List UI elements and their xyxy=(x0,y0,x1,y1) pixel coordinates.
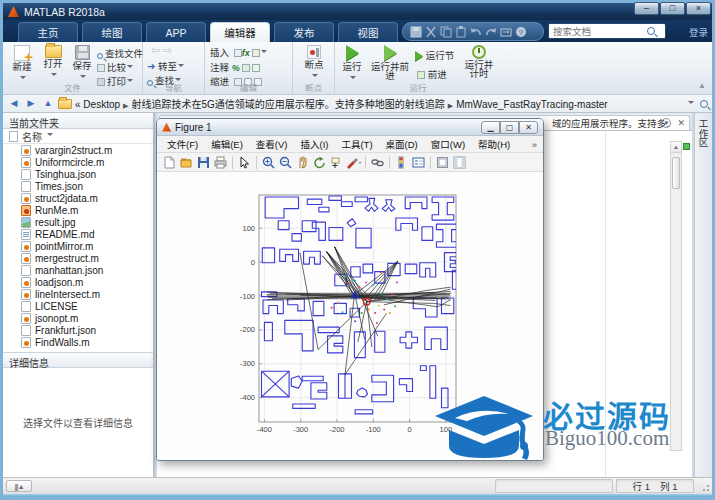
file-row[interactable]: Times.json xyxy=(3,180,153,192)
breadcrumb-desktop[interactable]: Desktop xyxy=(83,99,120,110)
tab-menu-icon[interactable]: ▼ xyxy=(661,118,671,128)
file-row[interactable]: Uniformcircle.m xyxy=(3,156,153,168)
save-figure-icon[interactable] xyxy=(196,155,211,170)
paste-icon[interactable] xyxy=(455,26,467,38)
run-button[interactable]: 运行 xyxy=(337,45,367,84)
data-cursor-icon[interactable] xyxy=(329,155,344,170)
pan-tool-icon[interactable] xyxy=(295,155,310,170)
show-plot-tools-icon[interactable] xyxy=(452,155,467,170)
file-row[interactable]: Tsinghua.json xyxy=(3,168,153,180)
hide-plot-tools-icon[interactable] xyxy=(435,155,450,170)
minimize-button[interactable]: – xyxy=(634,2,659,15)
folder-up-icon[interactable]: ▲ xyxy=(41,97,55,111)
tab-close-icon[interactable]: ✕ xyxy=(677,118,685,128)
menu-window[interactable]: 窗口(W) xyxy=(431,137,465,151)
redo-icon[interactable] xyxy=(485,26,497,38)
tab-publish[interactable]: 发布 xyxy=(274,22,334,42)
file-row[interactable]: pointMirror.m xyxy=(3,240,153,252)
sign-in-link[interactable]: 登录 xyxy=(689,25,708,39)
details-toggle-icon[interactable]: ||||▲ xyxy=(6,480,32,492)
tab-editor[interactable]: 编辑器 xyxy=(210,22,270,42)
menu-help[interactable]: 帮助(H) xyxy=(478,137,510,151)
menu-tools[interactable]: 工具(T) xyxy=(341,137,372,151)
tab-plots[interactable]: 绘图 xyxy=(82,22,142,42)
file-row[interactable]: manhattan.json xyxy=(3,264,153,276)
switch-windows-icon[interactable] xyxy=(500,26,512,38)
brush-tool-icon[interactable] xyxy=(346,155,361,170)
file-row[interactable]: result.jpg xyxy=(3,216,153,228)
menu-insert[interactable]: 插入(I) xyxy=(300,137,328,151)
nav-back-icon[interactable]: ◀ xyxy=(7,97,21,111)
run-time-button[interactable]: 运行并计时 xyxy=(461,45,497,78)
back-forward-arrows[interactable]: ⇦ ⇨ xyxy=(151,44,172,57)
resize-grip[interactable] xyxy=(702,484,710,492)
run-advance-button[interactable]: 运行并前进 xyxy=(371,45,409,80)
pointer-tool-icon[interactable] xyxy=(237,155,252,170)
cut-icon[interactable] xyxy=(425,26,437,38)
compare-button[interactable]: 比较 xyxy=(97,60,133,74)
file-row[interactable]: struct2jdata.m xyxy=(3,192,153,204)
ribbon-collapse-icon[interactable]: ▲ xyxy=(698,81,706,90)
doc-search-box[interactable] xyxy=(548,23,666,39)
menu-overflow-icon[interactable]: » xyxy=(532,139,537,150)
scrollbar-thumb[interactable] xyxy=(672,157,680,189)
menu-view[interactable]: 查看(V) xyxy=(256,137,288,151)
file-row[interactable]: README.md xyxy=(3,228,153,240)
find-files-button[interactable]: 查找文件 xyxy=(97,46,143,60)
file-row[interactable]: loadjson.m xyxy=(3,276,153,288)
link-plots-icon[interactable] xyxy=(370,155,385,170)
nav-forward-icon[interactable]: ▶ xyxy=(24,97,38,111)
menu-edit[interactable]: 编辑(E) xyxy=(211,137,243,151)
tab-view[interactable]: 视图 xyxy=(338,22,398,42)
file-row[interactable]: lineIntersect.m xyxy=(3,288,153,300)
file-row[interactable]: mergestruct.m xyxy=(3,252,153,264)
code-analyzer-indicator[interactable] xyxy=(683,143,690,150)
current-folder-header[interactable]: 当前文件夹 xyxy=(3,113,153,129)
close-button[interactable]: × xyxy=(686,2,711,15)
file-row[interactable]: FindWalls.m xyxy=(3,336,153,348)
insert-row[interactable]: 插入 fx xyxy=(210,45,267,59)
breakpoints-button[interactable]: 断点 xyxy=(297,45,331,82)
new-button[interactable]: 新建 xyxy=(5,45,39,84)
breadcrumb-project[interactable]: 射线追踪技术在5G通信领域的应用展示程序。支持多种地图的射线追踪 xyxy=(131,99,444,110)
rotate-3d-icon[interactable] xyxy=(312,155,327,170)
file-row[interactable]: RunMe.m xyxy=(3,204,153,216)
undo-icon[interactable] xyxy=(470,26,482,38)
advance-button[interactable]: 前进 xyxy=(415,67,447,81)
details-header[interactable]: 详细信息 xyxy=(3,352,153,368)
tab-apps[interactable]: APP xyxy=(146,22,206,42)
zoom-out-icon[interactable] xyxy=(278,155,293,170)
name-column-header[interactable]: 名称 xyxy=(3,129,153,144)
breadcrumb[interactable]: « Desktop▶射线追踪技术在5G通信领域的应用展示程序。支持多种地图的射线… xyxy=(75,96,684,111)
run-section-button[interactable]: 运行节 xyxy=(415,48,454,62)
open-file-icon[interactable] xyxy=(179,155,194,170)
file-row[interactable]: varargin2struct.m xyxy=(3,144,153,156)
insert-legend-icon[interactable] xyxy=(411,155,426,170)
print-figure-icon[interactable] xyxy=(213,155,228,170)
folder-search-icon[interactable] xyxy=(700,100,708,108)
breadcrumb-folder[interactable]: MmWave_FastRayTracing-master xyxy=(456,99,608,110)
goto-button[interactable]: ➜ 转至 xyxy=(147,59,184,73)
tab-home[interactable]: 主页 xyxy=(18,22,78,42)
figure-close-button[interactable]: ✕ xyxy=(519,121,538,134)
path-dropdown-icon[interactable] xyxy=(688,101,694,107)
zoom-in-icon[interactable] xyxy=(261,155,276,170)
file-row[interactable]: Frankfurt.json xyxy=(3,324,153,336)
search-icon[interactable] xyxy=(647,27,655,35)
scroll-up-icon[interactable]: ▲ xyxy=(671,142,681,153)
file-row[interactable]: LICENSE xyxy=(3,300,153,312)
file-row[interactable]: jsonopt.m xyxy=(3,312,153,324)
comment-row[interactable]: 注释 % xyxy=(210,60,260,74)
menu-file[interactable]: 文件(F) xyxy=(167,137,198,151)
doc-search-input[interactable] xyxy=(549,26,647,37)
copy-icon[interactable] xyxy=(440,26,452,38)
save-button[interactable]: 保存 xyxy=(65,45,99,83)
figure-restore-button[interactable]: ▢ xyxy=(500,121,519,134)
insert-colorbar-icon[interactable] xyxy=(394,155,409,170)
figure-minimize-button[interactable]: ▁ xyxy=(481,121,500,134)
new-figure-icon[interactable] xyxy=(162,155,177,170)
help-icon[interactable]: ? xyxy=(515,26,527,38)
browse-folder-icon[interactable] xyxy=(58,99,72,109)
menu-desktop[interactable]: 桌面(D) xyxy=(386,137,418,151)
save-icon[interactable] xyxy=(410,26,422,38)
